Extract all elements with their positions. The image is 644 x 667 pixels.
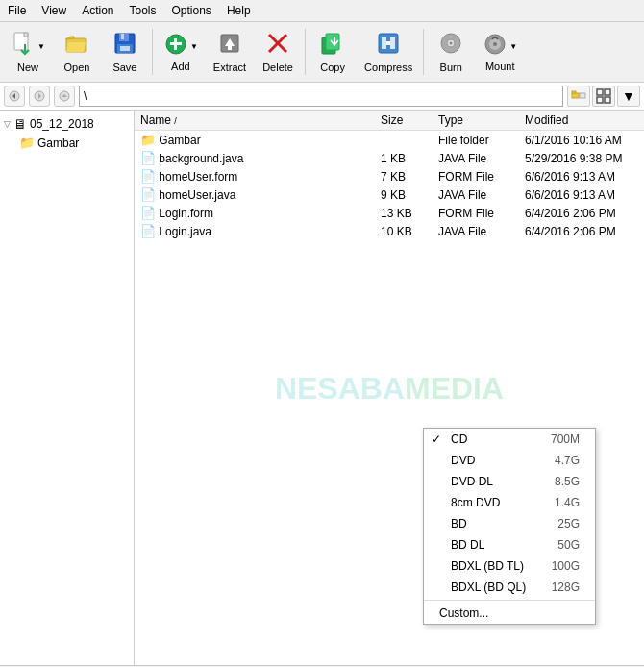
file-type-cell: JAVA File xyxy=(433,185,519,204)
svg-point-27 xyxy=(450,42,453,45)
menu-help[interactable]: Help xyxy=(219,2,259,19)
file-modified-cell: 5/29/2016 9:38 PM xyxy=(519,149,644,167)
file-size-cell: 1 KB xyxy=(375,149,433,167)
grid-view-button[interactable] xyxy=(592,86,615,107)
address-input[interactable] xyxy=(79,86,563,107)
col-modified[interactable]: Modified xyxy=(519,111,644,131)
file-modified-cell: 6/6/2016 9:13 AM xyxy=(519,167,644,185)
toolbar-sep-3 xyxy=(423,29,424,75)
copy-label: Copy xyxy=(320,62,345,73)
dropdown-item-size: 700M xyxy=(551,432,580,446)
dropdown-item-cd[interactable]: CD700M xyxy=(424,429,595,450)
table-row[interactable]: 📄 homeUser.form 7 KB FORM File 6/6/2016 … xyxy=(135,167,644,185)
tree-item-gambar[interactable]: 📁 Gambar xyxy=(0,134,134,152)
dropdown-item-bd-dl[interactable]: BD DL50G xyxy=(424,534,595,556)
file-icon: 📄 xyxy=(140,224,156,238)
col-size[interactable]: Size xyxy=(375,111,433,131)
tree-root-label: 05_12_2018 xyxy=(30,117,94,131)
computer-icon: 🖥 xyxy=(13,116,27,132)
folder-icon: 📁 xyxy=(140,133,156,147)
compress-button[interactable]: Compress xyxy=(358,26,419,78)
dropdown-item-size: 8.5G xyxy=(555,475,580,488)
svg-rect-38 xyxy=(572,91,576,93)
new-label: New xyxy=(17,62,38,73)
dropdown-custom-item[interactable]: Custom... xyxy=(424,603,595,624)
main-layout: ▽ 🖥 05_12_2018 📁 Gambar NESABAMEDIA Name… xyxy=(0,111,644,665)
mount-button[interactable]: ▼ Mount xyxy=(476,27,524,77)
forward-button[interactable] xyxy=(29,86,50,107)
svg-rect-3 xyxy=(24,44,26,52)
table-row[interactable]: 📄 homeUser.java 9 KB JAVA File 6/6/2016 … xyxy=(135,185,644,204)
svg-rect-24 xyxy=(386,41,390,45)
table-row[interactable]: 📄 Login.form 13 KB FORM File 6/4/2016 2:… xyxy=(135,204,644,222)
file-size-cell: 9 KB xyxy=(375,185,433,204)
extract-button[interactable]: Extract xyxy=(207,26,253,78)
menu-action[interactable]: Action xyxy=(74,2,121,19)
tree-gambar-label: Gambar xyxy=(37,136,79,150)
svg-rect-43 xyxy=(605,97,610,103)
svg-rect-15 xyxy=(228,46,232,50)
burn-button[interactable]: Burn xyxy=(428,26,474,78)
mount-arrow: ▼ xyxy=(509,42,517,51)
file-type-cell: FORM File xyxy=(433,204,519,222)
menu-bar: File View Action Tools Options Help xyxy=(0,0,644,22)
dropdown-item-bdxl-(bd-ql)[interactable]: BDXL (BD QL)128G xyxy=(424,577,595,598)
new-button[interactable]: ▼ New xyxy=(4,26,52,78)
compress-label: Compress xyxy=(364,62,412,73)
menu-view[interactable]: View xyxy=(34,2,74,19)
file-type-cell: File folder xyxy=(433,131,519,150)
up-button[interactable] xyxy=(54,86,75,107)
svg-rect-9 xyxy=(120,46,130,51)
dropdown-item-size: 25G xyxy=(557,517,580,531)
dropdown-item-label: CD xyxy=(451,432,467,446)
dropdown-item-label: BDXL (BD TL) xyxy=(451,559,524,573)
compress-icon xyxy=(376,31,401,60)
save-button[interactable]: Save xyxy=(102,26,148,78)
dropdown-item-size: 4.7G xyxy=(555,454,580,467)
svg-rect-40 xyxy=(597,89,603,95)
file-modified-cell: 6/1/2016 10:16 AM xyxy=(519,131,644,150)
save-label: Save xyxy=(112,62,136,73)
open-button[interactable]: Open xyxy=(54,26,100,78)
svg-point-30 xyxy=(493,42,497,46)
file-modified-cell: 6/4/2016 2:06 PM xyxy=(519,222,644,240)
add-button[interactable]: ▼ Add xyxy=(157,27,205,77)
file-name-cell: 📄 homeUser.form xyxy=(135,167,375,185)
dropdown-divider xyxy=(424,600,595,601)
file-name-cell: 📄 background.java xyxy=(135,149,375,167)
svg-rect-41 xyxy=(605,89,610,95)
tree-item-root[interactable]: ▽ 🖥 05_12_2018 xyxy=(0,114,134,134)
svg-rect-12 xyxy=(170,42,182,45)
copy-button[interactable]: Copy xyxy=(310,26,356,78)
dropdown-item-size: 128G xyxy=(552,581,580,594)
dropdown-item-bdxl-(bd-tl)[interactable]: BDXL (BD TL)100G xyxy=(424,556,595,577)
col-name[interactable]: Name / xyxy=(135,111,375,131)
mount-label: Mount xyxy=(485,61,515,72)
view-dropdown-button[interactable]: ▼ xyxy=(617,86,640,107)
dropdown-item-bd[interactable]: BD25G xyxy=(424,513,595,534)
table-row[interactable]: 📄 background.java 1 KB JAVA File 5/29/20… xyxy=(135,149,644,167)
dropdown-item-8cm-dvd[interactable]: 8cm DVD1.4G xyxy=(424,492,595,513)
menu-file[interactable]: File xyxy=(0,2,34,19)
table-row[interactable]: 📄 Login.java 10 KB JAVA File 6/4/2016 2:… xyxy=(135,222,644,240)
dropdown-item-dvd[interactable]: DVD4.7G xyxy=(424,450,595,471)
col-type[interactable]: Type xyxy=(433,111,519,131)
svg-rect-22 xyxy=(382,37,386,49)
delete-button[interactable]: Delete xyxy=(255,26,301,78)
file-type-cell: FORM File xyxy=(433,167,519,185)
table-row[interactable]: 📁 Gambar File folder 6/1/2016 10:16 AM xyxy=(135,131,644,150)
file-type-cell: JAVA File xyxy=(433,222,519,240)
dropdown-item-dvd-dl[interactable]: DVD DL8.5G xyxy=(424,471,595,492)
toolbar: ▼ New Open Save ▼ Add xyxy=(0,22,644,83)
menu-options[interactable]: Options xyxy=(164,2,219,19)
back-button[interactable] xyxy=(4,86,25,107)
file-name-cell: 📄 Login.form xyxy=(135,204,375,222)
menu-tools[interactable]: Tools xyxy=(122,2,164,19)
new-arrow: ▼ xyxy=(37,42,45,51)
burn-size-dropdown: CD700MDVD4.7GDVD DL8.5G8cm DVD1.4GBD25GB… xyxy=(423,428,596,625)
address-bar: ▼ xyxy=(0,83,644,111)
burn-label: Burn xyxy=(440,62,462,73)
watermark: NESABAMEDIA xyxy=(275,370,504,406)
folder-view-button[interactable] xyxy=(567,86,590,107)
file-size-cell xyxy=(375,131,433,150)
